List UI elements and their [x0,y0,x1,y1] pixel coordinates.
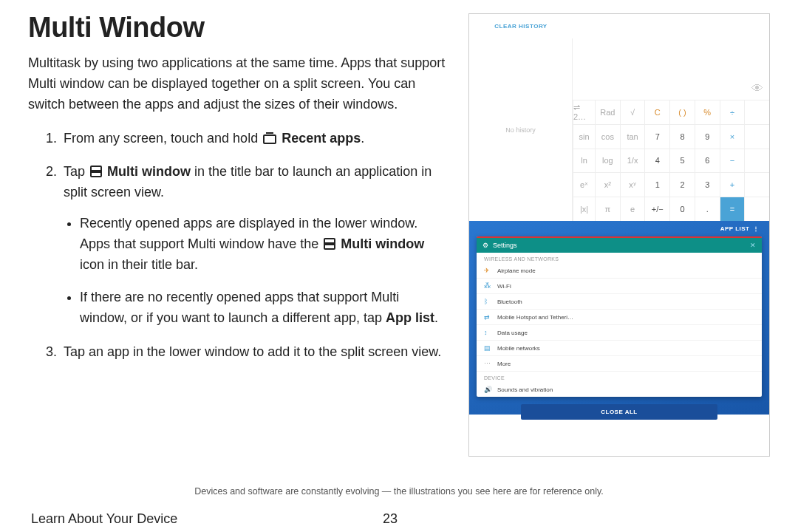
intro-paragraph: Multitask by using two applications at t… [28,53,448,115]
card-header: ⚙ Settings ✕ [477,236,762,253]
no-history-label: No history [469,38,573,221]
step-2: Tap Multi window in the title bar to lau… [61,162,448,328]
step-2-bullet-1: Recently opened apps are displayed in th… [80,214,448,276]
clear-history: CLEAR HISTORY [469,14,573,38]
lower-split-recents: APP LIST⋮ ⚙ Settings ✕ WIRELESS AND NETW… [469,221,769,415]
calc-keypad: ⇌ 2… Rad √ C ( ) % ÷ sin cos tan 7 8 9 [573,100,769,221]
step-1: From any screen, touch and hold Recent a… [61,129,448,149]
device-illustration: CLEAR HISTORY No history 👁 ⇌ 2… Rad √ C … [468,13,770,457]
upper-split-calculator: CLEAR HISTORY No history 👁 ⇌ 2… Rad √ C … [469,14,769,221]
disclaimer: Devices and software are constantly evol… [28,486,770,497]
recent-apps-icon [263,134,276,144]
step-3: Tap an app in the lower window to add it… [61,342,448,363]
settings-card: ⚙ Settings ✕ WIRELESS AND NETWORKS ✈Airp… [477,236,762,397]
footer-section: Learn About Your Device [31,511,177,527]
settings-icon: ⚙ [482,242,488,249]
page-number: 23 [383,511,767,527]
step-2-bullet-2: If there are no recently opened apps tha… [80,287,448,329]
multi-window-icon [90,166,102,177]
close-all-button: CLOSE ALL [521,404,717,420]
steps-list: From any screen, touch and hold Recent a… [61,129,448,363]
multi-window-icon [324,238,335,250]
page-title: Multi Window [28,13,448,43]
app-list-button: APP LIST⋮ [469,221,769,236]
calc-display: 👁 [573,14,769,100]
close-icon: ✕ [750,242,756,249]
